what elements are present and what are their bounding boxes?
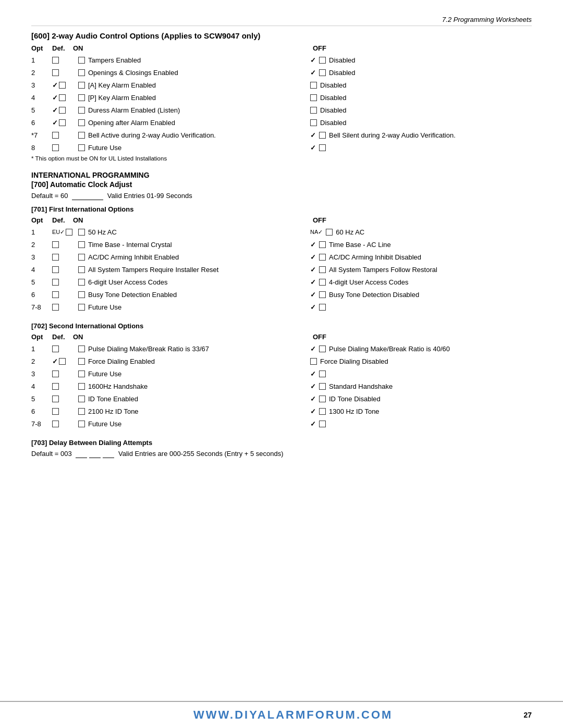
section-703: [703] Delay Between Dialing Attempts Def…	[31, 439, 532, 458]
section-703-title: [703] Delay Between Dialing Attempts	[31, 439, 532, 447]
option-row: 4 ✓ [P] Key Alarm Enabled Disabled	[31, 92, 532, 103]
option-row: 4 1600Hz Handshake ✓Standard Handshake	[31, 380, 532, 392]
on-checkbox[interactable]	[78, 396, 85, 402]
on-checkbox[interactable]	[78, 94, 85, 101]
section-701-title: [701] First International Options	[31, 205, 532, 213]
input-segments[interactable]	[76, 450, 114, 458]
on-checkbox[interactable]	[78, 408, 85, 415]
section-600: [600] 2-way Audio Control Options (Appli…	[31, 31, 532, 162]
def-checkbox[interactable]	[52, 421, 59, 427]
section-700-default: Default = 60 Valid Entries 01-99 Seconds	[31, 192, 532, 200]
col-on: ON	[73, 44, 302, 52]
on-checkbox[interactable]	[78, 304, 85, 311]
def-checkbox[interactable]	[59, 107, 66, 114]
off-checkbox[interactable]	[326, 229, 333, 236]
on-checkbox[interactable]	[78, 346, 85, 352]
on-checkbox[interactable]	[78, 57, 85, 64]
off-checkbox[interactable]	[319, 396, 326, 402]
on-checkbox[interactable]	[78, 279, 85, 286]
col-off: OFF	[302, 44, 532, 52]
on-checkbox[interactable]	[78, 82, 85, 89]
off-checkbox[interactable]	[319, 279, 326, 286]
option-row: 3 AC/DC Arming Inhibit Enabled ✓AC/DC Ar…	[31, 251, 532, 263]
on-checkbox[interactable]	[78, 132, 85, 139]
def-checkbox[interactable]	[59, 94, 66, 101]
def-checkbox[interactable]	[66, 229, 72, 236]
col-def: Def.	[52, 44, 73, 52]
def-checkbox[interactable]	[52, 279, 59, 286]
section-title: 7.2 Programming Worksheets	[442, 16, 532, 23]
col-def: Def.	[52, 216, 73, 224]
off-checkbox[interactable]	[319, 304, 326, 311]
option-row: 5 ID Tone Enabled ✓ID Tone Disabled	[31, 393, 532, 404]
on-checkbox[interactable]	[78, 421, 85, 427]
def-checkbox[interactable]	[52, 132, 59, 139]
col-headers-702: Opt Def. ON OFF	[31, 333, 532, 341]
def-checkbox[interactable]	[52, 304, 59, 311]
intl-header: INTERNATIONAL PROGRAMMING [700] Automati…	[31, 171, 532, 313]
on-checkbox[interactable]	[78, 291, 85, 298]
on-checkbox[interactable]	[78, 383, 85, 390]
def-checkbox[interactable]	[52, 266, 59, 273]
option-row: 3 Future Use ✓	[31, 368, 532, 379]
off-checkbox[interactable]	[319, 421, 326, 427]
on-checkbox[interactable]	[78, 144, 85, 151]
off-checkbox[interactable]	[319, 57, 326, 64]
off-checkbox[interactable]	[319, 291, 326, 298]
off-checkbox[interactable]	[319, 383, 326, 390]
input-field[interactable]	[72, 192, 103, 200]
def-checkbox[interactable]	[52, 383, 59, 390]
off-checkbox[interactable]	[310, 107, 317, 114]
def-checkbox[interactable]	[52, 57, 59, 64]
on-checkbox[interactable]	[78, 119, 85, 126]
on-checkbox[interactable]	[78, 107, 85, 114]
col-headers-600: Opt Def. ON OFF	[31, 44, 532, 52]
off-checkbox[interactable]	[319, 346, 326, 352]
off-checkbox[interactable]	[319, 266, 326, 273]
section-702: [702] Second International Options Opt D…	[31, 322, 532, 429]
footer-url: WWW.DIYALARMFORUM.COM	[63, 708, 523, 722]
def-checkbox[interactable]	[52, 371, 59, 377]
def-checkbox[interactable]	[59, 119, 66, 126]
col-off: OFF	[302, 333, 532, 341]
off-checkbox[interactable]	[319, 254, 326, 261]
off-checkbox[interactable]	[319, 408, 326, 415]
off-checkbox[interactable]	[319, 371, 326, 377]
off-checkbox[interactable]	[319, 69, 326, 76]
off-checkbox[interactable]	[310, 94, 317, 101]
footer-page: 27	[523, 711, 532, 719]
on-checkbox[interactable]	[78, 266, 85, 273]
def-checkbox[interactable]	[52, 144, 59, 151]
section-702-title: [702] Second International Options	[31, 322, 532, 330]
def-checkbox[interactable]	[52, 346, 59, 352]
on-checkbox[interactable]	[78, 69, 85, 76]
option-row: 8 Future Use ✓	[31, 142, 532, 153]
option-row: 6 ✓ Opening after Alarm Enabled Disabled	[31, 117, 532, 128]
def-checkbox[interactable]	[52, 291, 59, 298]
def-checkbox[interactable]	[52, 408, 59, 415]
option-row: 5 6-digit User Access Codes ✓4-digit Use…	[31, 276, 532, 288]
col-headers-701: Opt Def. ON OFF	[31, 216, 532, 224]
on-checkbox[interactable]	[78, 358, 85, 365]
def-checkbox[interactable]	[59, 358, 66, 365]
on-checkbox[interactable]	[78, 241, 85, 248]
def-checkbox[interactable]	[52, 396, 59, 402]
off-checkbox[interactable]	[310, 119, 317, 126]
def-checkbox[interactable]	[59, 82, 66, 89]
option-row: 6 Busy Tone Detection Enabled ✓Busy Tone…	[31, 289, 532, 300]
section-header: 7.2 Programming Worksheets	[31, 16, 532, 26]
off-checkbox[interactable]	[319, 144, 326, 151]
def-checkbox[interactable]	[52, 241, 59, 248]
on-checkbox[interactable]	[78, 254, 85, 261]
col-on: ON	[73, 216, 302, 224]
off-checkbox[interactable]	[319, 132, 326, 139]
off-checkbox[interactable]	[310, 358, 317, 365]
option-row: 7-8 Future Use ✓	[31, 301, 532, 313]
on-checkbox[interactable]	[78, 371, 85, 377]
off-checkbox[interactable]	[319, 241, 326, 248]
on-checkbox[interactable]	[78, 229, 85, 236]
off-checkbox[interactable]	[310, 82, 317, 89]
def-checkbox[interactable]	[52, 69, 59, 76]
option-row: 2 Time Base - Internal Crystal ✓Time Bas…	[31, 239, 532, 250]
def-checkbox[interactable]	[52, 254, 59, 261]
